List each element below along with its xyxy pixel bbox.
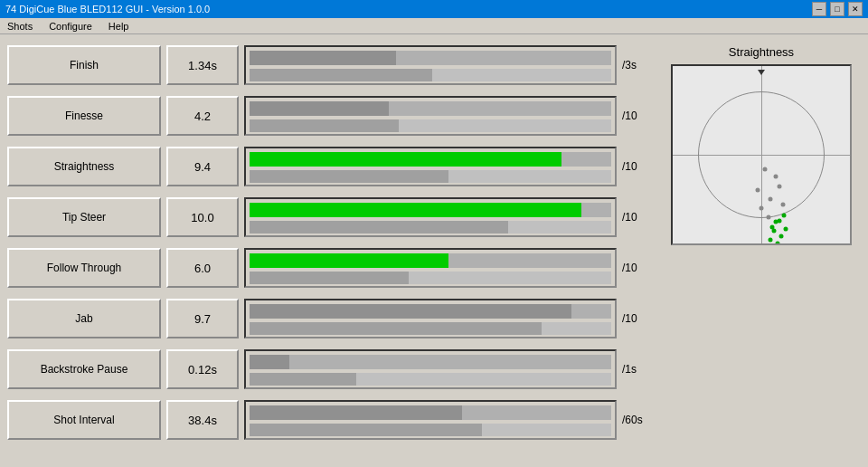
metric-bar-finish [244, 45, 617, 85]
metric-bar-shot-interval [244, 400, 617, 440]
scatter-dot-3 [768, 197, 772, 202]
metric-row-backstroke-pause: Backstroke Pause0.12s/1s [7, 346, 655, 393]
metric-row-follow-through: Follow Through6.0/10 [7, 244, 655, 291]
metric-value-finish: 1.34s [166, 45, 239, 85]
metric-value-shot-interval: 38.4s [166, 400, 239, 440]
scatter-dot-1 [773, 174, 778, 178]
metric-unit-shot-interval: /60s [622, 414, 655, 426]
metric-row-straightness: Straightness9.4/10 [7, 143, 655, 190]
metric-row-finish: Finish1.34s/3s [7, 42, 655, 89]
metric-value-follow-through: 6.0 [166, 248, 239, 288]
bar-history-fill-finesse [250, 119, 399, 132]
bar-history-fill-backstroke-pause [250, 373, 356, 386]
scatter-dot-13 [778, 234, 783, 239]
bar-history-fill-straightness [250, 170, 448, 183]
scatter-plot [671, 64, 852, 245]
metric-bar-backstroke-pause [244, 349, 617, 389]
bar-fill-tip-steer [250, 203, 581, 217]
metric-label-follow-through: Follow Through [7, 248, 161, 288]
top-marker [758, 70, 765, 75]
bar-history-fill-jab [250, 322, 542, 335]
metric-value-jab: 9.7 [166, 299, 239, 338]
scatter-dot-0 [762, 167, 767, 171]
metric-label-shot-interval: Shot Interval [7, 400, 161, 440]
metric-value-backstroke-pause: 0.12s [166, 349, 239, 389]
scatter-dot-4 [777, 185, 781, 189]
metric-label-jab: Jab [7, 299, 161, 338]
main-content: Finish1.34s/3sFinesse4.2/10Straightness9… [0, 34, 868, 467]
metric-row-shot-interval: Shot Interval38.4s/60s [7, 396, 655, 443]
metric-unit-backstroke-pause: /1s [622, 363, 655, 376]
scatter-dot-14 [768, 238, 772, 243]
menu-bar: ShotsConfigureHelp [0, 18, 868, 34]
bar-fill-jab [250, 304, 571, 319]
title-bar: 74 DigiCue Blue BLED112 GUI - Version 1.… [0, 0, 868, 18]
scatter-dot-7 [766, 214, 770, 219]
metric-row-finesse: Finesse4.2/10 [7, 92, 655, 139]
metric-unit-tip-steer: /10 [622, 211, 655, 224]
bar-fill-follow-through [250, 253, 448, 268]
bar-bg [250, 355, 611, 369]
metric-value-finesse: 4.2 [166, 96, 239, 136]
scatter-dot-16 [775, 242, 779, 246]
bar-fill-finish [250, 51, 396, 65]
window-controls: ─ □ ✕ [812, 2, 863, 16]
bar-fill-shot-interval [250, 405, 462, 420]
metric-label-backstroke-pause: Backstroke Pause [7, 349, 161, 389]
scatter-dot-5 [760, 205, 764, 210]
bar-fill-finesse [250, 101, 389, 116]
scatter-dot-2 [756, 188, 760, 193]
bar-history-fill-shot-interval [250, 424, 482, 436]
scatter-dot-11 [782, 213, 787, 217]
metric-row-jab: Jab9.7/10 [7, 295, 655, 342]
metric-row-tip-steer: Tip Steer10.0/10 [7, 194, 655, 241]
minimize-button[interactable]: ─ [812, 2, 826, 16]
metric-bar-jab [244, 299, 617, 338]
scatter-dot-6 [780, 202, 785, 206]
close-button[interactable]: ✕ [848, 2, 863, 16]
metric-label-tip-steer: Tip Steer [7, 197, 161, 237]
straightness-title: Straightness [729, 45, 794, 59]
scatter-dot-12 [771, 229, 776, 234]
metric-bar-follow-through [244, 248, 617, 288]
metric-unit-finish: /3s [622, 59, 655, 71]
metric-label-finesse: Finesse [7, 96, 161, 136]
bar-fill-straightness [250, 152, 561, 167]
bar-history-fill-follow-through [250, 272, 409, 284]
scatter-dot-15 [784, 227, 788, 232]
metric-unit-finesse: /10 [622, 110, 655, 122]
metric-unit-straightness: /10 [622, 160, 655, 173]
menu-item-shots[interactable]: Shots [4, 21, 36, 32]
window-title: 74 DigiCue Blue BLED112 GUI - Version 1.… [5, 4, 210, 14]
metric-unit-jab: /10 [622, 312, 655, 325]
bar-history-fill-tip-steer [250, 221, 508, 234]
menu-item-configure[interactable]: Configure [45, 21, 96, 32]
straightness-panel: Straightness [662, 42, 861, 460]
metric-value-straightness: 9.4 [166, 147, 239, 186]
metrics-panel: Finish1.34s/3sFinesse4.2/10Straightness9… [7, 42, 655, 460]
scatter-circle [698, 91, 825, 218]
metric-label-straightness: Straightness [7, 147, 161, 186]
scatter-dot-10 [777, 218, 781, 223]
metric-bar-tip-steer [244, 197, 617, 237]
metric-bar-finesse [244, 96, 617, 136]
menu-item-help[interactable]: Help [105, 21, 133, 32]
maximize-button[interactable]: □ [830, 2, 844, 16]
metric-value-tip-steer: 10.0 [166, 197, 239, 237]
metric-bar-straightness [244, 147, 617, 186]
metric-label-finish: Finish [7, 45, 161, 85]
metric-unit-follow-through: /10 [622, 262, 655, 274]
bar-history-fill-finish [250, 69, 432, 81]
bar-fill-backstroke-pause [250, 355, 289, 369]
